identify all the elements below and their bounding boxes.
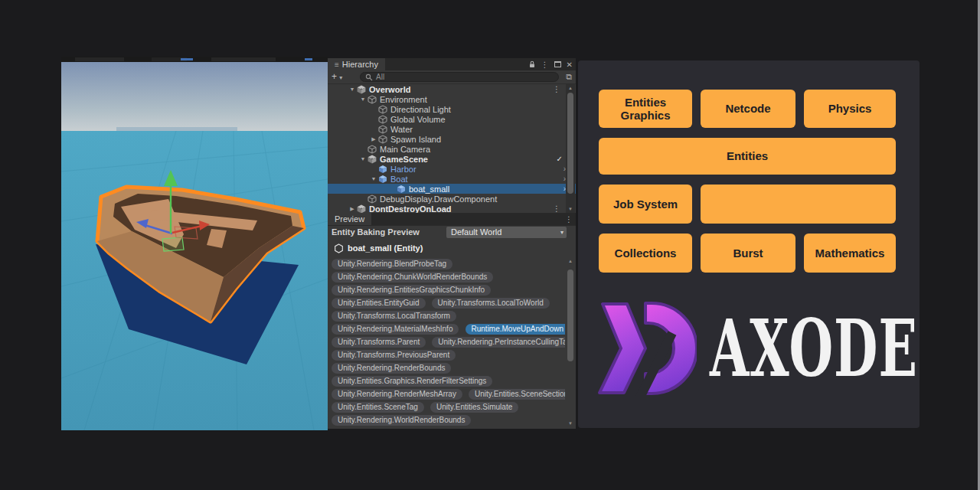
add-object-button[interactable]: + ▾ (332, 71, 342, 82)
package-entities-graphics[interactable]: Entities Graphics (599, 90, 692, 128)
tree-item-spawn-island[interactable]: ▶ Spawn Island (328, 134, 576, 144)
unity-panel: ≡ Hierarchy ⋮ ✕ + ▾ All ⧉ ▼ Overworld (328, 58, 576, 429)
package-burst[interactable]: Burst (701, 234, 795, 273)
component-chip[interactable]: Unity.Rendering.BlendProbeTag (332, 259, 452, 270)
component-chip[interactable]: Unity.Entities.EntityGuid (332, 298, 426, 309)
tree-item-label: Overworld (369, 85, 410, 94)
tree-item-main-camera[interactable]: Main Camera (328, 144, 576, 154)
scroll-down-icon[interactable]: ▼ (566, 207, 575, 211)
component-chip[interactable]: Unity.Rendering.ChunkWorldRenderBounds (332, 272, 493, 283)
component-chip[interactable]: Unity.Transforms.LocalTransform (332, 311, 456, 322)
component-chip[interactable]: Unity.Rendering.PerInstanceCullingTag (432, 337, 565, 348)
tree-item-label: Environment (380, 95, 427, 104)
sky (61, 62, 328, 131)
pick-window-icon[interactable]: ⧉ (566, 72, 572, 82)
scroll-up-icon[interactable]: ▲ (566, 86, 575, 90)
package-collections[interactable]: Collections (599, 234, 692, 273)
kebab-icon[interactable]: ⋮ (541, 60, 549, 69)
promo-panel: Entities Graphics Netcode Physics Entiti… (578, 60, 920, 428)
package-grid: Entities Graphics Netcode Physics Entiti… (599, 90, 896, 273)
gizmo-plane-green[interactable] (162, 237, 184, 251)
gameobject-icon (378, 135, 387, 144)
gameobject-icon (378, 125, 387, 134)
scroll-up-icon[interactable]: ▲ (566, 259, 575, 263)
tree-item-label: GameScene (380, 155, 428, 164)
scene-view[interactable] (61, 57, 328, 430)
tree-item-harbor[interactable]: Harbor › (328, 164, 576, 174)
world-dropdown[interactable]: Default World ▾ (446, 227, 567, 238)
kebab-icon[interactable]: ⋮ (553, 85, 560, 93)
tree-item-dontdestroyonload[interactable]: ▶ DontDestroyOnLoad ⋮ (328, 204, 576, 213)
scene-icon (368, 155, 377, 164)
scroll-down-icon[interactable]: ▼ (566, 421, 575, 426)
package-entities[interactable]: Entities (599, 138, 896, 175)
logo-chevron (599, 304, 645, 393)
tab-preview-label: Preview (335, 214, 364, 224)
expander-icon[interactable]: ▼ (358, 156, 368, 162)
tree-item-label: Directional Light (390, 105, 451, 114)
expander-icon[interactable]: ▶ (348, 206, 357, 212)
component-chip[interactable]: Unity.Entities.Simulate (430, 402, 518, 413)
component-chip[interactable]: Unity.Rendering.RenderMeshArray (332, 389, 462, 400)
tree-item-overworld[interactable]: ▼ Overworld ⋮ (328, 84, 576, 94)
close-icon[interactable]: ✕ (567, 60, 573, 69)
gameobject-icon (368, 95, 377, 104)
package-job-system[interactable]: Job System (599, 185, 692, 224)
tree-item-global-volume[interactable]: Global Volume (328, 114, 576, 124)
expander-icon[interactable]: ▼ (348, 87, 357, 92)
kebab-icon[interactable]: ⋮ (565, 215, 573, 224)
component-chip[interactable]: Unity.Transforms.PreviousParent (332, 350, 456, 361)
tree-item-gamescene[interactable]: ▼ GameScene ✓ (328, 154, 576, 164)
entity-baking-label: Entity Baking Preview (332, 227, 420, 237)
component-chip[interactable]: Unity.Rendering.MaterialMeshInfo (332, 324, 459, 335)
scrollbar-thumb[interactable] (567, 270, 573, 361)
hierarchy-tabbar: ≡ Hierarchy ⋮ ✕ (328, 58, 576, 70)
tree-item-directional-light[interactable]: Directional Light (328, 104, 576, 114)
search-icon (365, 74, 373, 81)
component-chip[interactable]: Unity.Transforms.LocalToWorld (432, 298, 550, 309)
search-input[interactable]: All (360, 72, 559, 82)
check-icon[interactable]: ✓ (557, 155, 563, 163)
component-chip[interactable]: Unity.Entities.SceneSection (469, 389, 565, 400)
component-chip[interactable]: Unity.Entities.Graphics.RenderFilterSett… (332, 376, 492, 387)
tree-item-debugdisplay[interactable]: DebugDisplay.DrawComponent (328, 194, 576, 204)
tree-item-label: Harbor (390, 165, 416, 174)
component-chip[interactable]: Unity.Transforms.Parent (332, 337, 426, 348)
tab-hierarchy[interactable]: ≡ Hierarchy (328, 58, 385, 70)
gameobject-icon (368, 194, 377, 204)
package-netcode[interactable]: Netcode (701, 90, 795, 128)
chips-scrollbar[interactable]: ▲ ▼ (566, 257, 575, 427)
lock-icon[interactable] (528, 60, 536, 68)
tree-scrollbar[interactable]: ▲ ▼ (566, 84, 575, 213)
stage: ≡ Hierarchy ⋮ ✕ + ▾ All ⧉ ▼ Overworld (0, 0, 980, 490)
kebab-icon[interactable]: ⋮ (553, 204, 560, 213)
scrollbar-thumb[interactable] (567, 93, 573, 194)
component-chip[interactable]: Unity.Rendering.WorldRenderBounds (332, 415, 471, 426)
entity-header: boat_small (Entity) (328, 239, 576, 257)
component-chip[interactable]: Unity.Entities.SceneTag (332, 402, 424, 413)
world-dropdown-value: Default World (451, 227, 501, 237)
expander-icon[interactable]: ▼ (358, 96, 368, 102)
tree-item-water[interactable]: Water (328, 124, 576, 134)
distant-island (116, 127, 237, 131)
package-physics[interactable]: Physics (804, 90, 896, 128)
dropdown-caret-icon: ▾ (560, 229, 564, 236)
package-blank[interactable] (701, 185, 896, 224)
prefab-icon (378, 165, 387, 174)
component-chip[interactable]: Unity.Rendering.RenderBounds (332, 363, 451, 374)
editor-tab-strip (61, 57, 328, 62)
tree-item-boat[interactable]: ▼ Boat › (328, 174, 576, 184)
search-scope-label: All (376, 73, 384, 81)
tree-item-label: Water (390, 125, 413, 134)
expander-icon[interactable]: ▼ (369, 176, 378, 181)
expander-icon[interactable]: ▶ (369, 136, 378, 142)
package-mathematics[interactable]: Mathematics (804, 234, 896, 273)
tab-preview[interactable]: Preview (328, 213, 371, 225)
tree-item-environment[interactable]: ▼ Environment (328, 94, 576, 104)
preview-tabbar: Preview ⋮ (328, 213, 576, 225)
component-chip[interactable]: Unity.Rendering.EntitiesGraphicsChunkInf… (332, 285, 491, 296)
maximize-icon[interactable] (554, 61, 561, 67)
component-chip-highlighted[interactable]: Runtime.MoveUpAndDown (466, 324, 565, 335)
tree-item-boat-small[interactable]: boat_small › (328, 184, 576, 194)
scene-icon (357, 204, 366, 214)
